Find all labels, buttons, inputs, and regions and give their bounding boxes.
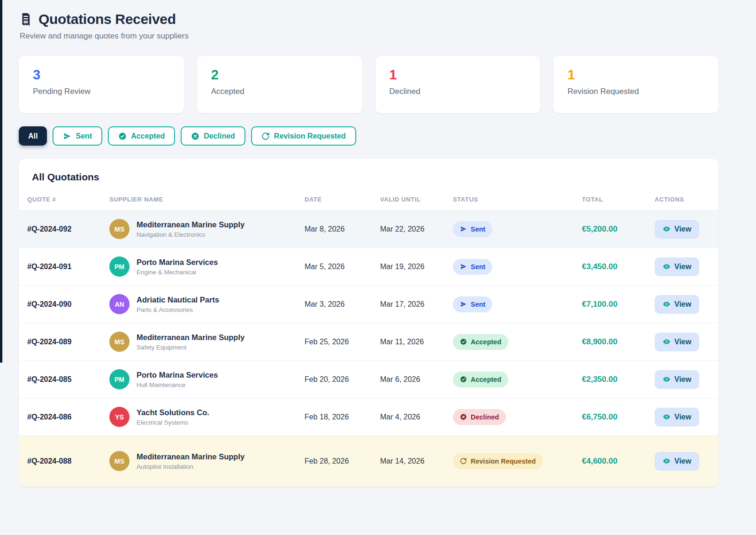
quote-total: €6,750.00 [582,412,618,421]
supplier-name: Yacht Solutions Co. [137,408,209,417]
supplier-category: Navigation & Electronics [137,231,244,238]
view-button[interactable]: View [655,257,699,276]
column-header-supplier: SUPPLIER NAME [109,193,305,210]
send-icon [460,225,467,233]
table-header-row: QUOTE # SUPPLIER NAME DATE VALID UNTIL S… [19,193,718,210]
column-header-total: TOTAL [582,193,655,210]
stat-value: 2 [211,68,348,83]
filter-label: Declined [204,132,235,140]
avatar: MS [109,332,130,352]
eye-icon [663,375,671,383]
supplier-cell: MS Mediterranean Marine Supply Autopilot… [109,451,305,471]
view-label: View [674,300,691,309]
quote-date: Feb 28, 2026 [305,457,349,465]
filter-declined-button[interactable]: Declined [181,126,245,146]
status-badge: Accepted [453,334,508,350]
table-row[interactable]: #Q-2024-089 MS Mediterranean Marine Supp… [19,323,718,361]
status-badge: Declined [453,409,506,425]
view-label: View [674,225,691,233]
status-label: Accepted [471,376,501,383]
eye-icon [663,300,671,308]
quote-total: €2,350.00 [582,375,618,384]
quote-total: €5,200.00 [582,225,618,233]
quote-date: Feb 20, 2026 [305,375,349,383]
column-header-date: DATE [305,193,380,210]
view-label: View [674,338,691,346]
quote-date: Feb 18, 2026 [305,413,349,421]
column-header-valid-until: VALID UNTIL [380,193,453,210]
filter-accepted-button[interactable]: Accepted [108,126,175,146]
quote-number: #Q-2024-086 [27,413,71,421]
supplier-cell: PM Porto Marina Services Hull Maintenanc… [109,369,305,389]
column-header-quote: QUOTE # [19,193,109,210]
stat-label: Accepted [211,87,348,96]
sidebar-edge [0,0,2,363]
valid-until-date: Mar 14, 2026 [380,457,424,465]
view-button[interactable]: View [655,295,699,314]
stat-label: Revision Requested [567,87,704,96]
stat-card-declined: 1 Declined [375,56,541,113]
check-circle-icon [460,338,467,345]
status-badge: Revision Requested [453,453,543,469]
avatar: YS [109,407,130,427]
quote-total: €4,600.00 [582,457,618,465]
x-circle-icon [191,132,199,140]
stat-value: 1 [389,68,527,83]
stat-value: 3 [33,68,170,83]
view-button[interactable]: View [655,333,699,351]
table-row[interactable]: #Q-2024-085 PM Porto Marina Services Hul… [19,361,718,398]
valid-until-date: Mar 22, 2026 [380,225,424,233]
receipt-icon [19,12,33,26]
stat-card-pending-review: 3 Pending Review [19,56,184,113]
valid-until-date: Mar 11, 2026 [380,338,424,346]
status-label: Revision Requested [471,457,536,465]
stat-value: 1 [567,68,704,83]
avatar: PM [109,369,130,389]
quote-number: #Q-2024-085 [27,375,71,383]
eye-icon [663,338,671,346]
quote-total: €3,450.00 [582,262,618,271]
quote-number: #Q-2024-092 [27,225,71,233]
quote-total: €7,100.00 [582,300,618,309]
table-row[interactable]: #Q-2024-086 YS Yacht Solutions Co. Elect… [19,398,718,436]
view-label: View [674,457,691,465]
status-badge: Sent [453,221,492,237]
view-button[interactable]: View [655,452,699,471]
view-label: View [674,375,691,384]
check-circle-icon [460,376,467,383]
supplier-category: Parts & Accessories [137,306,219,313]
quote-number: #Q-2024-091 [27,263,71,271]
send-icon [63,132,71,140]
avatar: MS [109,219,130,239]
table-row[interactable]: #Q-2024-091 PM Porto Marina Services Eng… [19,248,718,286]
stat-card-accepted: 2 Accepted [197,56,362,113]
page-title: Quotations Received [38,11,176,27]
quotations-table-body: #Q-2024-092 MS Mediterranean Marine Supp… [19,210,718,487]
table-row[interactable]: #Q-2024-092 MS Mediterranean Marine Supp… [19,210,718,248]
view-button[interactable]: View [655,408,699,426]
status-label: Sent [471,225,485,233]
status-label: Declined [471,413,499,421]
valid-until-date: Mar 6, 2026 [380,375,420,383]
filter-all-button[interactable]: All [19,126,47,146]
quote-number: #Q-2024-088 [27,457,71,465]
status-badge: Accepted [453,372,508,388]
valid-until-date: Mar 17, 2026 [380,300,424,308]
status-label: Accepted [471,338,501,346]
check-circle-icon [118,132,127,140]
table-row[interactable]: #Q-2024-088 MS Mediterranean Marine Supp… [19,436,718,487]
view-button[interactable]: View [655,370,699,389]
view-button[interactable]: View [655,220,699,239]
supplier-cell: AN Adriatic Nautical Parts Parts & Acces… [109,294,305,314]
supplier-name: Mediterranean Marine Supply [137,220,244,229]
supplier-name: Adriatic Nautical Parts [137,295,219,304]
stat-label: Pending Review [33,87,170,96]
filter-sent-button[interactable]: Sent [53,126,102,146]
filter-label: Sent [76,132,92,140]
filter-revision-requested-button[interactable]: Revision Requested [251,126,356,146]
filter-label: Revision Requested [274,132,346,140]
supplier-name: Porto Marina Services [137,371,218,380]
eye-icon [663,457,671,465]
table-row[interactable]: #Q-2024-090 AN Adriatic Nautical Parts P… [19,286,718,323]
valid-until-date: Mar 4, 2026 [380,413,420,421]
